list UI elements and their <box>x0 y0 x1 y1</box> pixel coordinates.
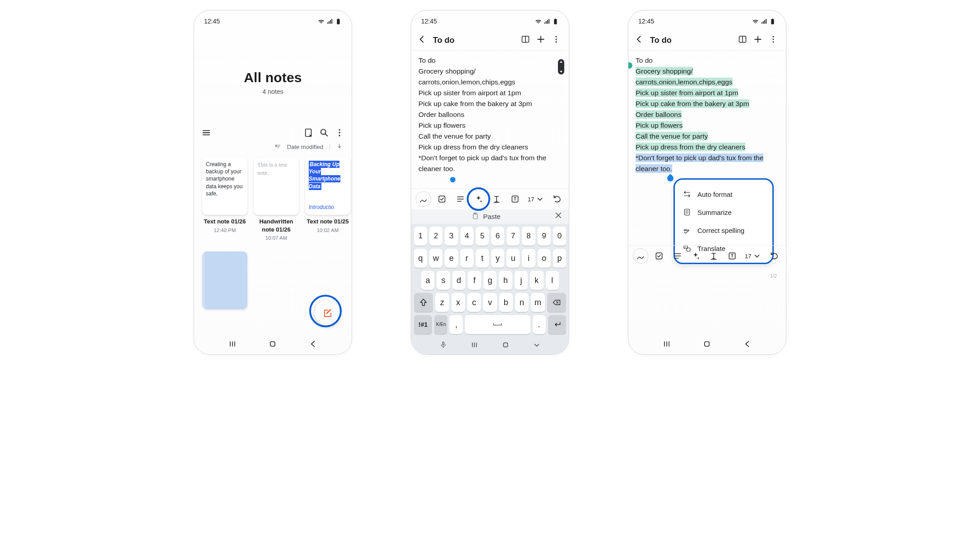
back-icon[interactable] <box>635 35 644 46</box>
home-button[interactable] <box>264 339 282 349</box>
ai-assist-icon[interactable] <box>471 192 486 206</box>
period-key[interactable]: . <box>533 315 546 334</box>
key[interactable]: 5 <box>476 227 489 246</box>
space-key[interactable] <box>465 315 530 334</box>
key[interactable]: r <box>460 249 474 268</box>
sort-icon[interactable] <box>274 143 281 151</box>
key[interactable]: k <box>530 271 543 290</box>
font-size-selector[interactable]: 17 <box>526 192 546 206</box>
ai-summarize[interactable]: Summarize <box>679 203 768 221</box>
hamburger-menu-icon[interactable] <box>201 128 211 138</box>
text-style-icon[interactable] <box>706 249 721 263</box>
comma-key[interactable]: , <box>450 315 463 334</box>
key[interactable]: y <box>491 249 504 268</box>
ai-assist-icon[interactable] <box>688 249 703 263</box>
note-card[interactable]: Creating a backup of your smartphone dat… <box>202 157 247 241</box>
key[interactable]: e <box>445 249 458 268</box>
key[interactable]: p <box>553 249 566 268</box>
voice-input-icon[interactable] <box>439 341 447 351</box>
sort-direction-icon[interactable] <box>336 143 343 151</box>
key[interactable]: l <box>546 271 559 290</box>
undo-icon[interactable] <box>550 192 564 206</box>
text-format-icon[interactable] <box>670 249 685 263</box>
sort-label[interactable]: Date modified <box>287 144 323 150</box>
key[interactable]: u <box>506 249 520 268</box>
undo-icon[interactable] <box>767 249 781 263</box>
home-button[interactable] <box>502 341 510 351</box>
key[interactable]: c <box>467 293 481 312</box>
note-card[interactable]: This is a test note. Handwritten note 01… <box>254 157 299 241</box>
more-icon[interactable] <box>552 35 561 46</box>
new-note-fab[interactable] <box>315 300 340 325</box>
more-icon[interactable] <box>769 35 778 46</box>
handwriting-mode-icon[interactable] <box>633 248 648 264</box>
key[interactable]: o <box>538 249 551 268</box>
note-card-blank[interactable] <box>202 251 247 309</box>
key[interactable]: 9 <box>538 227 551 246</box>
key[interactable]: 4 <box>460 227 474 246</box>
font-size-selector[interactable]: 17 <box>743 249 763 263</box>
reading-mode-icon[interactable] <box>521 35 530 46</box>
reading-mode-icon[interactable] <box>738 35 747 46</box>
key[interactable]: s <box>437 271 450 290</box>
text-style-icon[interactable] <box>489 192 504 206</box>
selection-end-handle[interactable] <box>666 174 675 183</box>
key[interactable]: z <box>435 293 449 312</box>
language-key[interactable]: K/En <box>434 315 447 334</box>
key[interactable]: n <box>515 293 529 312</box>
back-icon[interactable] <box>418 35 427 46</box>
scroll-handle[interactable] <box>558 59 564 74</box>
keyboard-hide-icon[interactable] <box>533 341 541 351</box>
key[interactable]: a <box>421 271 434 290</box>
text-block-icon[interactable] <box>508 192 522 206</box>
key[interactable]: x <box>451 293 465 312</box>
note-card[interactable]: Backing Up Your Smartphone Data Introduc… <box>305 157 350 241</box>
shift-key[interactable] <box>414 293 433 312</box>
import-pdf-icon[interactable] <box>304 128 314 138</box>
note-text-area[interactable]: To do Grocery shopping/ carrots,onion,le… <box>411 51 569 176</box>
checkbox-icon[interactable] <box>652 249 666 263</box>
key[interactable]: b <box>499 293 513 312</box>
search-icon[interactable] <box>319 128 329 138</box>
note-text-area[interactable]: To do Grocery shopping/ carrots,onion,le… <box>628 51 786 176</box>
key[interactable]: t <box>476 249 489 268</box>
text-block-icon[interactable] <box>725 249 739 263</box>
key[interactable]: 0 <box>553 227 566 246</box>
close-icon[interactable] <box>554 211 562 221</box>
key[interactable]: v <box>483 293 497 312</box>
backspace-key[interactable] <box>547 293 566 312</box>
key[interactable]: i <box>522 249 535 268</box>
key[interactable]: 1 <box>414 227 427 246</box>
more-icon[interactable] <box>334 128 344 138</box>
paste-button[interactable]: Paste <box>418 212 554 220</box>
back-button[interactable] <box>738 339 757 349</box>
key[interactable]: m <box>531 293 544 312</box>
text-format-icon[interactable] <box>453 192 468 206</box>
back-button[interactable] <box>304 339 322 349</box>
key[interactable]: g <box>483 271 497 290</box>
key[interactable]: 8 <box>522 227 535 246</box>
enter-key[interactable] <box>548 315 566 334</box>
key[interactable]: 2 <box>429 227 442 246</box>
key[interactable]: 6 <box>491 227 504 246</box>
add-page-icon[interactable] <box>753 35 762 46</box>
key[interactable]: d <box>452 271 465 290</box>
home-button[interactable] <box>698 339 716 349</box>
key[interactable]: 3 <box>445 227 458 246</box>
handwriting-mode-icon[interactable] <box>416 191 431 207</box>
checkbox-icon[interactable] <box>435 192 449 206</box>
key[interactable]: h <box>499 271 512 290</box>
ai-auto-format[interactable]: Auto format <box>679 185 768 203</box>
key[interactable]: f <box>468 271 481 290</box>
key[interactable]: w <box>429 249 442 268</box>
recents-button[interactable] <box>223 339 242 349</box>
text-cursor-handle[interactable] <box>450 177 455 182</box>
key[interactable]: 7 <box>506 227 520 246</box>
recents-button[interactable] <box>658 339 676 349</box>
key[interactable]: q <box>414 249 427 268</box>
symbols-key[interactable]: !#1 <box>414 315 432 334</box>
recents-button[interactable] <box>470 341 478 351</box>
ai-correct-spelling[interactable]: abc Correct spelling <box>679 221 768 239</box>
key[interactable]: j <box>515 271 528 290</box>
selection-start-handle[interactable] <box>628 61 634 70</box>
